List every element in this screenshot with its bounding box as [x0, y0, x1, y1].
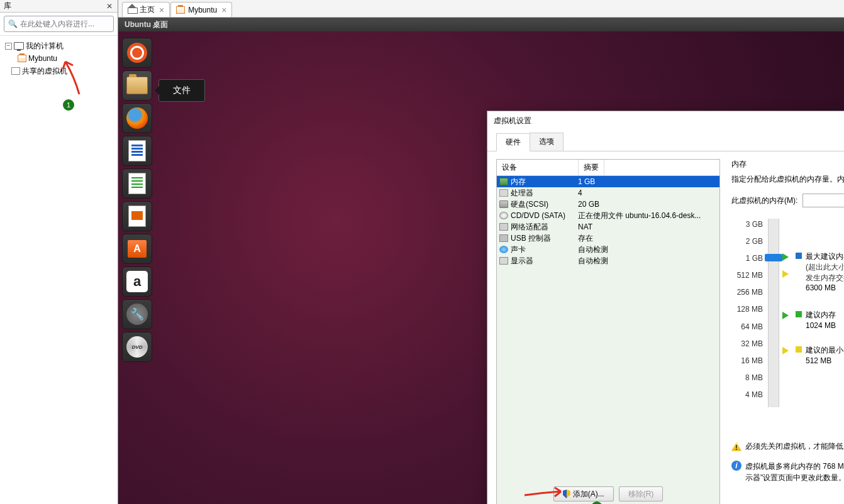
- unity-launcher: a DVD: [122, 38, 155, 362]
- slider-thumb[interactable]: [765, 254, 782, 261]
- tab-options[interactable]: 选项: [530, 133, 564, 151]
- hw-row-cd[interactable]: CD/DVD (SATA) 正在使用文件 ubuntu-16.04.6-desk…: [497, 210, 719, 221]
- tick: 1 GB: [731, 254, 763, 271]
- legend-value: 6300 MB: [806, 283, 844, 293]
- tab-close-icon[interactable]: ×: [159, 5, 164, 15]
- memory-info: i 虚拟机最多将此内存的 768 MB 用作图形内存。您可以在"显示器"设置页面…: [731, 461, 844, 483]
- legend-square-icon: [796, 346, 802, 353]
- document-icon: [128, 140, 146, 162]
- vm-icon: [176, 6, 185, 14]
- hw-summary: 自动检测: [578, 244, 717, 255]
- launcher-calc[interactable]: [122, 168, 152, 199]
- slider-tick-labels: 3 GB 2 GB 1 GB 512 MB 256 MB 128 MB 64 M…: [731, 219, 763, 407]
- launcher-impress[interactable]: [122, 201, 152, 231]
- home-icon: [128, 6, 136, 14]
- tick: 8 MB: [731, 373, 763, 390]
- hw-summary: 正在使用文件 ubuntu-16.04.6-desk...: [578, 211, 717, 221]
- search-box[interactable]: 🔍 ▼: [4, 16, 114, 32]
- button-label: 移除(R): [628, 489, 654, 500]
- hw-summary: 20 GB: [578, 200, 717, 209]
- tick: 4 MB: [731, 390, 763, 407]
- hw-row-cpu[interactable]: 处理器 4: [497, 187, 719, 199]
- cpu-icon: [499, 189, 508, 197]
- tab-home[interactable]: 主页 ×: [122, 2, 170, 17]
- legend-title: 建议内存: [806, 310, 836, 320]
- memory-value-input[interactable]: [803, 196, 844, 205]
- add-hardware-button[interactable]: 添加(A)...: [553, 486, 614, 501]
- hw-row-usb[interactable]: USB 控制器 存在: [497, 233, 719, 244]
- dvd-icon: DVD: [126, 336, 148, 358]
- launcher-firefox[interactable]: [122, 103, 152, 133]
- launcher-dash[interactable]: [122, 38, 152, 68]
- search-row: 🔍 ▼: [0, 13, 118, 36]
- sidebar-title: 库: [4, 1, 105, 11]
- tab-vm[interactable]: Mybuntu ×: [170, 2, 232, 17]
- hw-name: 内存: [511, 177, 526, 187]
- col-summary[interactable]: 摘要: [579, 160, 604, 175]
- launcher-disc[interactable]: DVD: [122, 332, 152, 362]
- memory-icon: [499, 178, 508, 185]
- hw-summary: 1 GB: [578, 177, 717, 186]
- network-icon: [499, 223, 508, 231]
- legend-square-icon: [796, 311, 802, 317]
- ubuntu-desktop[interactable]: a DVD 文件 虚拟机设置 × 硬件 选项 设备 摘要: [118, 31, 844, 504]
- hw-row-display[interactable]: 显示器 自动检测: [497, 255, 719, 266]
- amazon-icon: a: [126, 271, 148, 292]
- dialog-tabs: 硬件 选项: [487, 130, 844, 151]
- sound-icon: [499, 246, 508, 253]
- memory-slider[interactable]: [768, 219, 779, 407]
- tab-close-icon[interactable]: ×: [221, 5, 226, 15]
- launcher-files[interactable]: [122, 70, 152, 101]
- legend-title: 最大建议内存: [806, 251, 844, 262]
- button-label: 添加(A)...: [573, 489, 604, 500]
- presentation-icon: [128, 205, 146, 227]
- dialog-title: 虚拟机设置: [494, 116, 844, 126]
- dialog-body: 设备 摘要 内存 1 GB 处理器 4 硬盘(SCSI) 20 GB: [487, 151, 844, 504]
- sidebar-close-icon[interactable]: ✕: [105, 2, 114, 11]
- col-device[interactable]: 设备: [497, 160, 579, 175]
- hw-row-memory[interactable]: 内存 1 GB: [497, 176, 719, 187]
- disk-icon: [499, 200, 508, 208]
- ubuntu-logo-icon: [127, 43, 147, 63]
- marker-max-icon: [782, 253, 789, 261]
- tab-label: Mybuntu: [188, 6, 217, 14]
- tree-label: 我的计算机: [26, 41, 64, 52]
- memory-spinbox[interactable]: ▲▼: [802, 194, 844, 207]
- cd-icon: [499, 212, 508, 219]
- hw-row-disk[interactable]: 硬盘(SCSI) 20 GB: [497, 199, 719, 210]
- memory-description: 指定分配给此虚拟机的内存量。内存大小必须为 4 MB 的倍数。: [731, 173, 844, 185]
- hw-name: 硬盘(SCSI): [511, 199, 548, 210]
- launcher-software[interactable]: [122, 234, 152, 264]
- info-icon: i: [731, 461, 741, 471]
- hw-name: 显示器: [511, 256, 533, 266]
- hw-summary: NAT: [578, 222, 717, 231]
- hw-name: USB 控制器: [511, 233, 551, 244]
- launcher-amazon[interactable]: a: [122, 266, 152, 297]
- tree-node-shared[interactable]: 共享的虚拟机: [3, 65, 115, 77]
- warning-icon: !: [731, 442, 741, 451]
- gear-icon: [126, 304, 148, 325]
- annotation-badge-1: 1: [63, 99, 74, 111]
- hw-summary: 存在: [578, 233, 717, 244]
- collapse-icon[interactable]: −: [5, 43, 12, 50]
- search-input[interactable]: [20, 19, 114, 28]
- vm-settings-dialog: 虚拟机设置 × 硬件 选项 设备 摘要 内存 1 GB: [487, 111, 844, 504]
- launcher-settings[interactable]: [122, 299, 152, 329]
- marker-rec-icon: [782, 312, 789, 319]
- memory-group-title: 内存: [731, 159, 844, 170]
- legend-title: 建议的最小客户机操作系统内存: [806, 345, 844, 356]
- launcher-writer[interactable]: [122, 136, 152, 166]
- tick: 512 MB: [731, 271, 763, 288]
- remove-hardware-button[interactable]: 移除(R): [619, 486, 664, 501]
- sidebar-header: 库 ✕: [0, 0, 118, 13]
- hw-row-net[interactable]: 网络适配器 NAT: [497, 221, 719, 233]
- dialog-titlebar[interactable]: 虚拟机设置 ×: [487, 111, 844, 130]
- legend-recommended: 建议内存 1024 MB: [796, 310, 844, 331]
- usb-icon: [499, 234, 508, 242]
- tick: 3 GB: [731, 220, 763, 237]
- tree-node-my-computer[interactable]: − 我的计算机: [3, 40, 115, 52]
- legend-sub: 发生内存交换。): [806, 273, 844, 283]
- hw-row-sound[interactable]: 声卡 自动检测: [497, 244, 719, 255]
- tree-node-vm[interactable]: Mybuntu: [3, 52, 115, 65]
- tab-hardware[interactable]: 硬件: [496, 133, 530, 151]
